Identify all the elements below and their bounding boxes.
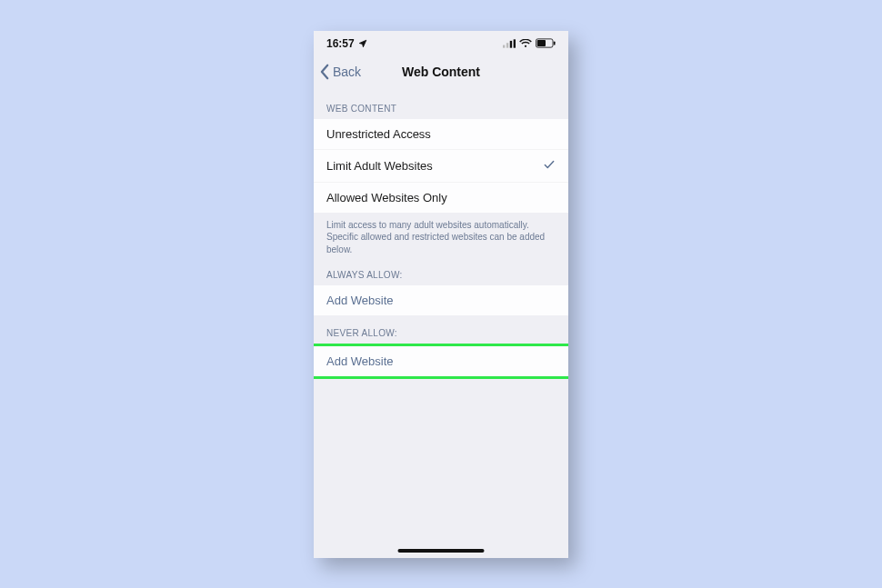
- option-label: Unrestricted Access: [326, 127, 431, 141]
- back-button[interactable]: Back: [319, 64, 361, 80]
- wifi-icon: [519, 39, 532, 48]
- section-header-webcontent: WEB CONTENT: [314, 87, 568, 119]
- add-website-never-allow[interactable]: Add Website: [314, 346, 568, 376]
- nav-bar: Back Web Content: [314, 56, 568, 87]
- always-allow-group: Add Website: [314, 285, 568, 315]
- cellular-icon: [503, 39, 516, 48]
- option-allowed-only[interactable]: Allowed Websites Only: [314, 183, 568, 213]
- chevron-left-icon: [319, 64, 331, 80]
- phone-screen: 16:57: [314, 31, 568, 558]
- svg-point-4: [525, 45, 526, 46]
- highlight-never-allow: Add Website: [314, 344, 568, 379]
- status-bar: 16:57: [314, 31, 568, 56]
- never-allow-group: Add Website: [314, 346, 568, 376]
- svg-rect-1: [506, 43, 508, 47]
- option-label: Allowed Websites Only: [326, 191, 447, 204]
- status-left: 16:57: [326, 37, 367, 50]
- svg-rect-6: [537, 40, 546, 46]
- add-website-label: Add Website: [326, 354, 393, 368]
- add-website-label: Add Website: [326, 294, 393, 307]
- svg-rect-2: [510, 40, 512, 47]
- location-icon: [358, 39, 367, 48]
- svg-rect-0: [503, 45, 505, 47]
- home-indicator[interactable]: [398, 549, 485, 553]
- checkmark-icon: [543, 158, 556, 174]
- battery-icon: [536, 38, 556, 48]
- webcontent-options: Unrestricted Access Limit Adult Websites…: [314, 119, 568, 213]
- option-limit-adult[interactable]: Limit Adult Websites: [314, 150, 568, 183]
- svg-rect-3: [514, 39, 516, 47]
- webcontent-footer: Limit access to many adult websites auto…: [314, 213, 568, 258]
- add-website-always-allow[interactable]: Add Website: [314, 285, 568, 315]
- status-time: 16:57: [326, 37, 355, 50]
- option-label: Limit Adult Websites: [326, 159, 433, 173]
- svg-rect-7: [554, 41, 556, 45]
- option-unrestricted[interactable]: Unrestricted Access: [314, 119, 568, 150]
- status-right: [503, 38, 556, 48]
- section-header-never-allow: NEVER ALLOW:: [314, 315, 568, 344]
- section-header-always-allow: ALWAYS ALLOW:: [314, 257, 568, 285]
- back-label: Back: [333, 65, 361, 79]
